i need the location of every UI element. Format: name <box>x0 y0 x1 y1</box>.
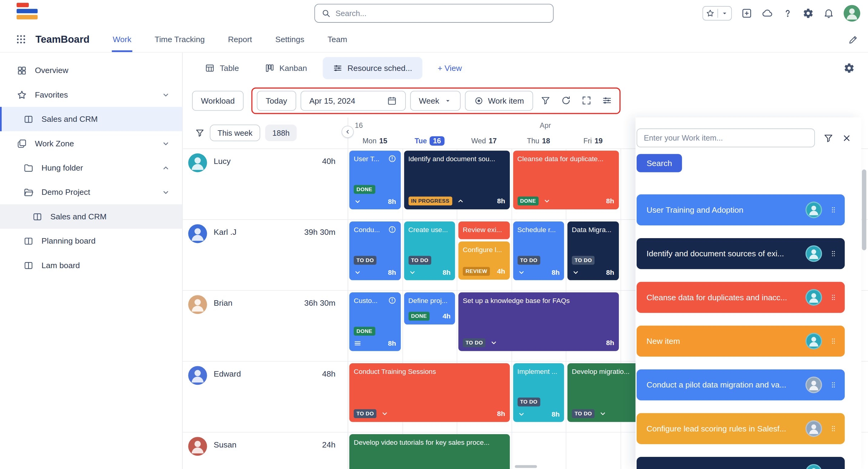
work-item-search-input[interactable] <box>637 128 815 147</box>
apps-grid-icon[interactable] <box>16 34 27 45</box>
chevron-down-icon[interactable] <box>572 268 580 276</box>
collapse-resources-button[interactable] <box>342 126 354 138</box>
work-item-card[interactable]: Cleanse data for duplicates and inacc... <box>637 282 845 313</box>
chevron-down-icon[interactable] <box>162 91 170 99</box>
panel-search-row <box>637 128 861 147</box>
view-tab-kanban[interactable]: Kanban <box>254 57 317 79</box>
date-picker[interactable]: Apr 15, 2024 <box>301 91 406 111</box>
filter-button[interactable] <box>537 91 553 111</box>
resource-filter-icon[interactable] <box>195 128 205 138</box>
drag-handle-icon[interactable] <box>830 205 837 215</box>
chevron-down-icon[interactable] <box>162 188 170 196</box>
close-panel-icon[interactable] <box>842 133 851 143</box>
task-card[interactable]: Custo...DONE8h <box>349 292 400 351</box>
view-tab-label: Kanban <box>279 64 307 72</box>
task-card[interactable]: Conduct Training SessionsTO DO8h <box>349 363 509 422</box>
task-card[interactable]: Schedule r...TO DO8h <box>513 222 564 280</box>
vertical-scrollbar[interactable] <box>862 169 867 250</box>
drag-handle-icon[interactable] <box>830 249 837 259</box>
resource-hours: 36h 30m <box>304 298 335 307</box>
work-item-select[interactable]: Work item <box>465 91 533 111</box>
task-card[interactable]: Condu...TO DO8h <box>349 222 400 280</box>
week-filter-chip[interactable]: This week <box>210 124 260 141</box>
sidebar-item-sales-and-crm[interactable]: Sales and CRM <box>0 204 182 229</box>
settings-gear-icon[interactable] <box>803 8 814 19</box>
task-card[interactable]: Cleanse data for duplicate...DONE8h <box>513 151 618 209</box>
sidebar-item-lam-board[interactable]: Lam board <box>0 253 182 277</box>
edit-pencil-icon[interactable] <box>848 35 858 45</box>
refresh-button[interactable] <box>558 91 574 111</box>
task-card[interactable]: Data Migra...TO DO8h <box>567 222 618 280</box>
user-avatar[interactable] <box>844 5 861 22</box>
sidebar-item-favorites[interactable]: Favorites <box>0 82 182 107</box>
sidebar-item-demo-project[interactable]: Demo Project <box>0 180 182 204</box>
app-logo[interactable] <box>17 3 37 20</box>
chevron-down-icon[interactable] <box>490 339 498 347</box>
chevron-up-icon[interactable] <box>162 164 170 172</box>
cloud-icon[interactable] <box>762 8 773 19</box>
nav-tab-report[interactable]: Report <box>227 27 253 52</box>
view-tab-table[interactable]: Table <box>195 57 249 79</box>
chevron-down-icon[interactable] <box>543 197 551 205</box>
sidebar-item-sales-and-crm[interactable]: Sales and CRM <box>0 107 182 131</box>
sidebar-item-overview[interactable]: Overview <box>0 58 182 82</box>
nav-tab-work[interactable]: Work <box>112 27 133 52</box>
task-card[interactable]: Set up a knowledge base for FAQsTO DO8h <box>458 292 618 351</box>
task-card[interactable]: User T...DONE8h <box>349 151 400 209</box>
drag-handle-icon[interactable] <box>830 468 837 469</box>
day-number: 18 <box>542 137 550 145</box>
create-button[interactable] <box>741 8 752 19</box>
drag-handle-icon[interactable] <box>830 380 837 390</box>
panel-filter-icon[interactable] <box>823 133 834 143</box>
chevron-down-icon[interactable] <box>381 410 389 418</box>
nav-tab-settings[interactable]: Settings <box>274 27 305 52</box>
global-search[interactable] <box>314 4 554 23</box>
chevron-up-icon[interactable] <box>457 197 465 205</box>
chevron-down-icon[interactable] <box>162 139 170 148</box>
task-card[interactable]: Create use...TO DO8h <box>404 222 455 280</box>
work-item-card[interactable]: Conduct a pilot data migration and va... <box>637 369 845 400</box>
global-search-input[interactable] <box>336 9 546 18</box>
horizontal-scrollbar[interactable] <box>515 465 537 468</box>
sidebar-item-hung-folder[interactable]: Hung folder <box>0 156 182 180</box>
chevron-down-icon[interactable] <box>354 198 362 206</box>
range-select[interactable]: Week <box>410 91 460 111</box>
task-card[interactable]: Review exi... <box>458 222 509 239</box>
sidebar-item-planning-board[interactable]: Planning board <box>0 229 182 253</box>
workload-button[interactable]: Workload <box>192 91 244 111</box>
task-card[interactable]: Develop video tutorials for key sales pr… <box>349 434 509 469</box>
chevron-down-icon[interactable] <box>354 268 362 276</box>
help-icon[interactable] <box>782 8 794 19</box>
nav-tab-time-tracking[interactable]: Time Tracking <box>154 27 206 52</box>
board-settings-gear-icon[interactable] <box>844 63 855 74</box>
work-item-card[interactable] <box>637 457 845 469</box>
sidebar-item-work-zone[interactable]: Work Zone <box>0 131 182 155</box>
work-item-card[interactable]: User Training and Adoption <box>637 195 845 226</box>
fullscreen-button[interactable] <box>578 91 594 111</box>
chevron-down-icon[interactable] <box>517 410 525 418</box>
add-view-button[interactable]: + View <box>428 57 472 79</box>
work-item-card[interactable]: Configure lead scoring rules in Salesf..… <box>637 413 845 444</box>
favorites-dropdown[interactable] <box>702 6 732 21</box>
nav-tab-team[interactable]: Team <box>327 27 348 52</box>
panel-search-button[interactable]: Search <box>637 154 682 172</box>
chevron-down-icon[interactable] <box>599 410 607 418</box>
resource-row: Brian36h 30m <box>183 290 348 361</box>
drag-handle-icon[interactable] <box>830 336 837 346</box>
task-card[interactable]: Implement ...TO DO8h <box>513 363 564 422</box>
drag-handle-icon[interactable] <box>830 292 837 302</box>
work-item-card[interactable]: Identify and document sources of exi... <box>637 238 845 269</box>
task-card[interactable]: Configure l...REVIEW4h <box>458 241 509 280</box>
view-tab-resource-sched[interactable]: Resource sched... <box>322 57 422 79</box>
chevron-down-icon[interactable] <box>517 268 525 276</box>
view-settings-button[interactable] <box>599 91 615 111</box>
sidebar-item-label: Sales and CRM <box>50 212 106 221</box>
menu-icon[interactable] <box>354 339 362 347</box>
chevron-down-icon[interactable] <box>408 268 416 276</box>
task-card[interactable]: Identify and document sou...IN PROGRESS8… <box>404 151 509 209</box>
task-card[interactable]: Define proj...DONE4h <box>404 292 455 324</box>
today-button[interactable]: Today <box>257 91 296 111</box>
notifications-bell-icon[interactable] <box>823 8 834 19</box>
work-item-card[interactable]: New item <box>637 326 845 357</box>
drag-handle-icon[interactable] <box>830 423 837 434</box>
